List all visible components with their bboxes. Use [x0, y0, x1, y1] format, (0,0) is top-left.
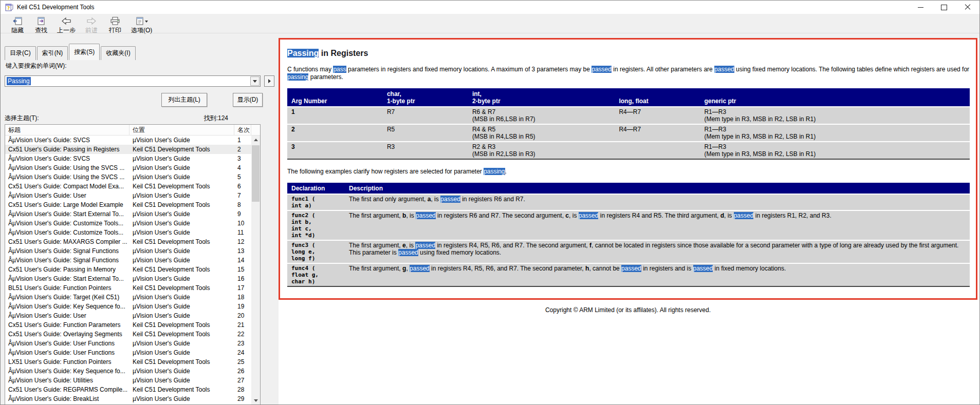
cell-loc: µVision User's Guide [130, 367, 234, 376]
tab-contents[interactable]: 目录(C) [5, 46, 36, 60]
minimize-button[interactable] [909, 1, 932, 14]
list-item[interactable]: ÂµVision User's Guide: BreakListµVision … [5, 394, 251, 403]
cell-rank: 22 [234, 330, 251, 339]
cell-title: ÂµVision User's Guide: User [5, 191, 130, 200]
list-item[interactable]: Cx51 User's Guide: MAXARGS Compiler ...K… [5, 237, 251, 246]
table-header-cell: int, 2-byte ptr [468, 88, 615, 107]
cell-rank: 19 [234, 302, 251, 311]
registers-table: Arg Numberchar, 1-byte ptrint, 2-byte pt… [287, 88, 970, 160]
options-label: 选项(O) [131, 26, 152, 35]
list-item[interactable]: Cx51 User's Guide: Overlaying SegmentsKe… [5, 330, 251, 339]
table-row: func1 ( int a)The first and only argumen… [287, 194, 970, 210]
table-header-cell: long, float [615, 88, 700, 107]
table-cell: R1—R3 (Mem type in R3, MSB in R2, LSB in… [700, 142, 970, 159]
list-item[interactable]: ÂµVision User's Guide: Target (Keil C51)… [5, 293, 251, 302]
toolbar: 隐藏 查找 上一步 [1, 14, 979, 34]
cell-title: ÂµVision User's Guide: BreakList [5, 394, 130, 403]
list-item[interactable]: ÂµVision User's Guide: Customize Tools..… [5, 228, 251, 237]
column-header-title[interactable]: 标题 [5, 125, 130, 135]
list-item[interactable]: Cx51 User's Guide: Compact Model Exa...K… [5, 182, 251, 191]
arrow-down-icon [254, 399, 258, 402]
close-icon [965, 4, 971, 10]
scroll-up-button[interactable] [251, 136, 260, 144]
list-item[interactable]: Cx51 User's Guide: Passing in RegistersK… [5, 145, 251, 154]
table-cell: func1 ( int a) [287, 194, 345, 210]
column-header-rank[interactable]: 名次 [234, 125, 251, 135]
cell-loc: Keil C51 Development Tools [130, 357, 234, 367]
list-item[interactable]: Cx51 User's Guide: Passing in MemoryKeil… [5, 265, 251, 274]
table-cell: R4—R7 [615, 124, 700, 142]
list-item[interactable]: ÂµVision User's Guide: User FunctionsµVi… [5, 348, 251, 357]
cell-rank: 10 [234, 219, 251, 228]
list-item[interactable]: Cx51 User's Guide: Large Model ExampleKe… [5, 200, 251, 209]
list-item[interactable]: ÂµVision User's Guide: Signal Functionsµ… [5, 256, 251, 265]
cell-rank: 9 [234, 209, 251, 219]
list-item[interactable]: ÂµVision User's Guide: UserµVision User'… [5, 191, 251, 200]
list-item[interactable]: ÂµVision User's Guide: Key Sequence fo..… [5, 302, 251, 311]
results-scrollbar[interactable] [251, 136, 260, 405]
list-item[interactable]: ÂµVision User's Guide: Signal Functionsµ… [5, 246, 251, 256]
list-topics-button[interactable]: 列出主题(L) [161, 93, 207, 107]
list-item[interactable]: ÂµVision User's Guide: UserµVision User'… [5, 311, 251, 320]
list-item[interactable]: ÂµVision User's Guide: Start External To… [5, 209, 251, 219]
display-button[interactable]: 显示(D) [233, 93, 263, 107]
cell-title: ÂµVision User's Guide: User Functions [5, 348, 130, 357]
cell-loc: µVision User's Guide [130, 136, 234, 145]
search-combobox[interactable]: Passing [5, 75, 261, 87]
search-term-highlight: passed [415, 242, 435, 249]
list-item[interactable]: ÂµVision User's Guide: SVCSµVision User'… [5, 154, 251, 163]
scrollbar-thumb[interactable] [252, 145, 260, 202]
cell-loc: µVision User's Guide [130, 311, 234, 320]
cell-loc: Keil C51 Development Tools [130, 182, 234, 191]
list-item[interactable]: ÂµVision User's Guide: Key Sequence fo..… [5, 367, 251, 376]
table-row: func4 ( float g, char h)The first argume… [287, 263, 970, 286]
tab-search[interactable]: 搜索(S) [69, 44, 100, 60]
cell-title: LX51 User's Guide: Function Pointers [5, 357, 130, 367]
cell-rank: 1 [234, 136, 251, 145]
tab-index[interactable]: 索引(N) [37, 46, 68, 60]
cell-rank: 26 [234, 367, 251, 376]
list-item[interactable]: Cx51 User's Guide: Function ParametersKe… [5, 320, 251, 330]
cell-rank: 7 [234, 191, 251, 200]
combobox-dropdown-button[interactable] [250, 76, 260, 86]
cell-title: Cx51 User's Guide: Function Parameters [5, 320, 130, 330]
list-item[interactable]: BL51 User's Guide: Function PointersKeil… [5, 283, 251, 293]
table-header-cell: generic ptr [700, 88, 970, 107]
list-item[interactable]: Cx51 User's Guide: REGPARMS Compile...Ke… [5, 385, 251, 394]
copyright-text: Copyright © ARM Limited (or its affilate… [279, 306, 977, 314]
list-item[interactable]: ÂµVision User's Guide: Start External To… [5, 274, 251, 283]
cell-rank: 13 [234, 246, 251, 256]
maximize-button[interactable] [932, 1, 956, 14]
list-item[interactable]: ÂµVision User's Guide: SVCSµVision User'… [5, 136, 251, 145]
search-term-highlight: passed [416, 212, 436, 219]
table-cell: R4 & R5 (MSB in R4,LSB in R5) [468, 124, 615, 142]
cell-rank: 2 [234, 145, 251, 154]
scroll-down-button[interactable] [251, 396, 260, 405]
search-term-highlight: passed [734, 212, 754, 219]
table-cell: func3 ( long e, long f) [287, 240, 345, 263]
list-item[interactable]: ÂµVision User's Guide: User FunctionsµVi… [5, 339, 251, 348]
table-cell: R1—R3 (Mem type in R3, MSB in R2, LSB in… [700, 124, 970, 142]
search-term-highlight: passed [440, 196, 460, 203]
table-row: func3 ( long e, long f)The first argumen… [287, 240, 970, 263]
table-cell: The first argument, g, passed in registe… [345, 263, 970, 286]
list-item[interactable]: ÂµVision User's Guide: UtilitiesµVision … [5, 376, 251, 385]
cell-title: Cx51 User's Guide: REGPARMS Compile... [5, 385, 130, 394]
cell-rank: 14 [234, 256, 251, 265]
search-input-value[interactable]: Passing [7, 77, 31, 85]
locate-label: 查找 [35, 26, 47, 35]
list-item[interactable]: ÂµVision User's Guide: Customize Tools..… [5, 219, 251, 228]
search-term-highlight: passed [591, 66, 612, 73]
cell-rank: 24 [234, 348, 251, 357]
list-item[interactable]: ÂµVision User's Guide: Using the SVCS ..… [5, 163, 251, 172]
table-cell: 3 [287, 142, 383, 159]
column-header-location[interactable]: 位置 [130, 125, 234, 135]
list-item[interactable]: ÂµVision User's Guide: Using the SVCS ..… [5, 172, 251, 182]
list-item[interactable]: LX51 User's Guide: Function PointersKeil… [5, 357, 251, 367]
table-cell: R4—R7 [615, 107, 700, 124]
search-operator-button[interactable] [264, 75, 274, 87]
close-button[interactable] [956, 1, 979, 14]
cell-title: Cx51 User's Guide: Compact Model Exa... [5, 182, 130, 191]
tab-favorites[interactable]: 收藏夹(I) [101, 46, 135, 60]
table-header-cell: Declaration [287, 183, 345, 194]
